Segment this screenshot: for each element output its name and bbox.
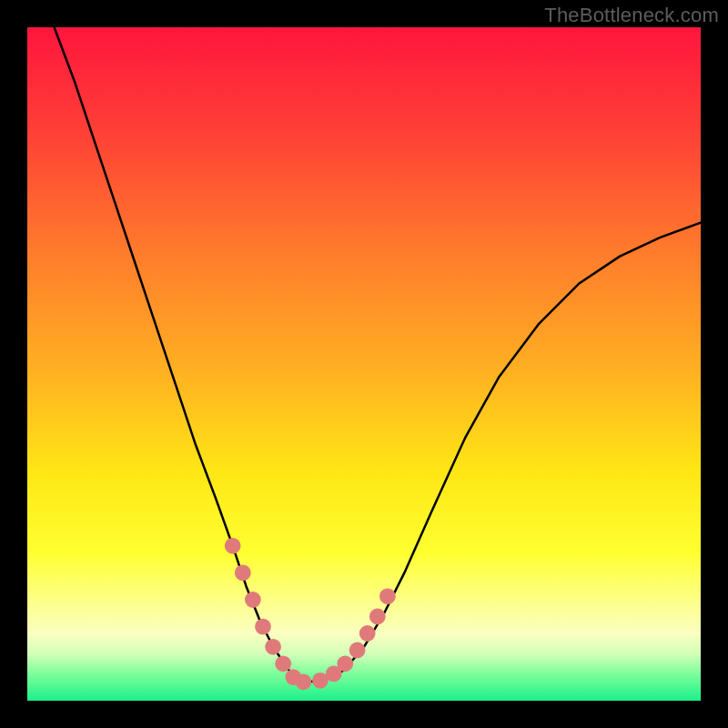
marker-dot bbox=[359, 625, 376, 642]
marker-dot bbox=[255, 619, 271, 635]
marker-dot bbox=[245, 592, 261, 608]
marker-dot bbox=[275, 655, 291, 672]
marker-dot bbox=[225, 538, 241, 554]
chart-frame: TheBottleneck.com bbox=[0, 0, 728, 728]
marker-dot bbox=[235, 565, 251, 581]
marker-dot bbox=[337, 655, 353, 672]
marker-dot bbox=[296, 673, 312, 690]
marker-dot bbox=[349, 642, 366, 659]
marker-dot bbox=[265, 639, 281, 655]
bottleneck-chart bbox=[27, 27, 701, 701]
gradient-background bbox=[27, 27, 701, 701]
watermark-text: TheBottleneck.com bbox=[544, 4, 719, 27]
marker-dot bbox=[379, 588, 396, 604]
marker-dot bbox=[369, 609, 386, 625]
